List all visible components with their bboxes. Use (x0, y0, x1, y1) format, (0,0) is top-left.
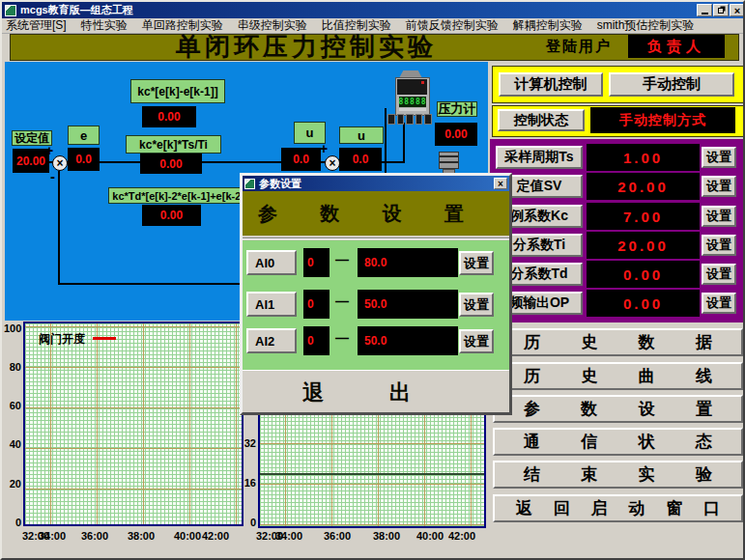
param-set-button-td[interactable]: 设置 (702, 264, 736, 285)
setpoint-value[interactable]: 20.00 (13, 149, 49, 173)
dialog-body: AI0 0 — 80.0 设置 AI1 0 — 50.0 设置 AI2 0 — … (243, 240, 509, 370)
left-ytick-100: 100 (4, 322, 21, 334)
manual-control-button[interactable]: 手动控制 (609, 72, 734, 97)
ai0-label: AI0 (246, 250, 297, 275)
param-set-button-op[interactable]: 设置 (702, 293, 736, 314)
param-set-button-ts[interactable]: 设置 (702, 147, 736, 168)
minimize-icon (702, 13, 708, 14)
control-status-button[interactable]: 控制状态 (498, 109, 585, 131)
d-term-formula: kc*Td*[e[k]-2*e[k-1]+e[k-2]]/ (108, 187, 255, 204)
left-xtick-38: 38:00 (125, 530, 158, 542)
controller-key-icon (387, 114, 395, 125)
dialog-exit-button[interactable]: 退出 (243, 371, 509, 407)
left-ytick-80: 80 (4, 361, 21, 373)
ai0-low-value[interactable]: 0 (303, 248, 330, 277)
control-status-value: 手动控制方式 (590, 107, 735, 133)
error-label: e (68, 126, 100, 145)
menu-item-decoupling[interactable]: 解耦控制实验 (513, 17, 583, 34)
p-term-formula: kc*[e[k]-e[k-1]] (130, 79, 225, 103)
ai2-label: AI2 (246, 328, 297, 353)
ai2-low-value[interactable]: 0 (303, 326, 330, 355)
ai2-set-button[interactable]: 设置 (459, 329, 494, 353)
dialog-header-title: 参数设置 (243, 191, 509, 227)
right-xtick-38: 38:00 (370, 530, 403, 542)
ai0-set-button[interactable]: 设置 (459, 251, 494, 275)
param-value-op: 0.00 (587, 290, 700, 317)
right-xtick-36: 36:00 (321, 530, 354, 542)
right-xtick-42: 42:00 (445, 530, 478, 542)
pressure-gauge-value: 0.00 (435, 123, 477, 146)
ai1-label: AI1 (246, 292, 297, 317)
window-title: mcgs教育版—组态工程 (20, 3, 133, 17)
ai1-low-value[interactable]: 0 (303, 290, 330, 319)
param-value-sv: 20.00 (587, 173, 700, 200)
valve-opening-trend-chart (23, 322, 244, 526)
communication-status-button[interactable]: 通信状态 (493, 428, 743, 456)
right-ytick-0: 0 (242, 517, 256, 528)
computer-control-button[interactable]: 计算机控制 (499, 72, 603, 97)
restore-button[interactable] (713, 4, 729, 16)
param-value-ts: 1.00 (587, 144, 700, 171)
dialog-titlebar[interactable]: 参数设置 × (243, 176, 509, 191)
dialog-close-button[interactable]: × (494, 178, 507, 189)
ai1-range-dash: — (335, 294, 349, 309)
param-label-ts: 采样周期Ts (496, 146, 583, 169)
parameter-setting-button[interactable]: 参数设置 (493, 395, 743, 423)
i-term-value: 0.00 (140, 154, 202, 174)
ai1-set-button[interactable]: 设置 (459, 293, 494, 317)
wire-controller-out (403, 123, 405, 163)
controller-label-strip (399, 108, 426, 111)
param-value-kc: 7.00 (587, 203, 700, 230)
ai1-high-value[interactable]: 50.0 (358, 290, 458, 319)
return-start-window-button[interactable]: 返回启动窗口 (493, 494, 743, 522)
param-set-button-kc[interactable]: 设置 (702, 206, 736, 227)
login-user-label: 登陆用户 (546, 38, 612, 56)
controller-key-icon (397, 114, 405, 125)
legend-line-sample-icon (93, 337, 116, 340)
mcgs-app-icon (5, 5, 16, 16)
left-ytick-0: 0 (4, 517, 21, 528)
left-ytick-20: 20 (4, 478, 21, 490)
u2-value: 0.0 (339, 148, 382, 171)
pressure-gauge-label: 压力计 (437, 101, 477, 117)
history-curve-button[interactable]: 历史曲线 (493, 362, 743, 390)
controller-key-icon (415, 114, 423, 125)
controller-indicator-dot (421, 81, 424, 84)
param-set-button-sv[interactable]: 设置 (702, 176, 736, 197)
menu-item-characteristic[interactable]: 特性实验 (81, 17, 128, 34)
end-experiment-button[interactable]: 结束实验 (493, 461, 743, 489)
pump-icon (439, 152, 459, 169)
right-ytick-16: 16 (242, 477, 256, 489)
d-term-value: 0.00 (142, 205, 201, 226)
left-ytick-60: 60 (4, 400, 21, 411)
parameter-settings-dialog: 参数设置 × 参数设置 AI0 0 — 80.0 设置 AI1 0 — 50.0… (240, 173, 512, 415)
left-xtick-42: 42:00 (199, 530, 232, 542)
u1-value: 0.0 (281, 148, 321, 171)
dialog-header-band: 参数设置 (243, 191, 509, 236)
controller-instrument-icon: 88888 (395, 77, 430, 116)
left-xtick-34: 34:00 (36, 530, 69, 542)
sum-junction-2-icon: × (325, 155, 340, 171)
param-value-td: 0.00 (587, 261, 700, 288)
close-button[interactable]: × (730, 4, 745, 16)
history-data-button[interactable]: 历史数据 (493, 328, 743, 356)
p-term-value: 0.00 (142, 106, 196, 127)
dialog-divider (243, 238, 509, 239)
menu-item-smith[interactable]: smith预估控制实验 (597, 17, 695, 34)
param-set-button-ti[interactable]: 设置 (702, 235, 736, 256)
controller-screen (397, 79, 427, 95)
pump-stripe (440, 155, 458, 157)
login-user-value: 负责人 (628, 35, 725, 58)
left-chart-legend-label: 阀门开度 (39, 331, 85, 348)
u2-label: u (339, 126, 384, 144)
ai2-high-value[interactable]: 50.0 (358, 326, 458, 355)
dialog-footer: 退出 (243, 370, 509, 412)
param-value-ti: 20.00 (587, 232, 700, 259)
close-icon: × (734, 5, 740, 16)
i-term-formula: kc*e[k]*Ts/Ti (126, 135, 221, 154)
minimize-button[interactable] (697, 4, 712, 16)
ai0-high-value[interactable]: 80.0 (358, 248, 458, 277)
menu-item-system[interactable]: 系统管理[S] (6, 17, 67, 34)
right-ytick-32: 32 (242, 437, 256, 449)
error-value: 0.0 (68, 148, 100, 171)
